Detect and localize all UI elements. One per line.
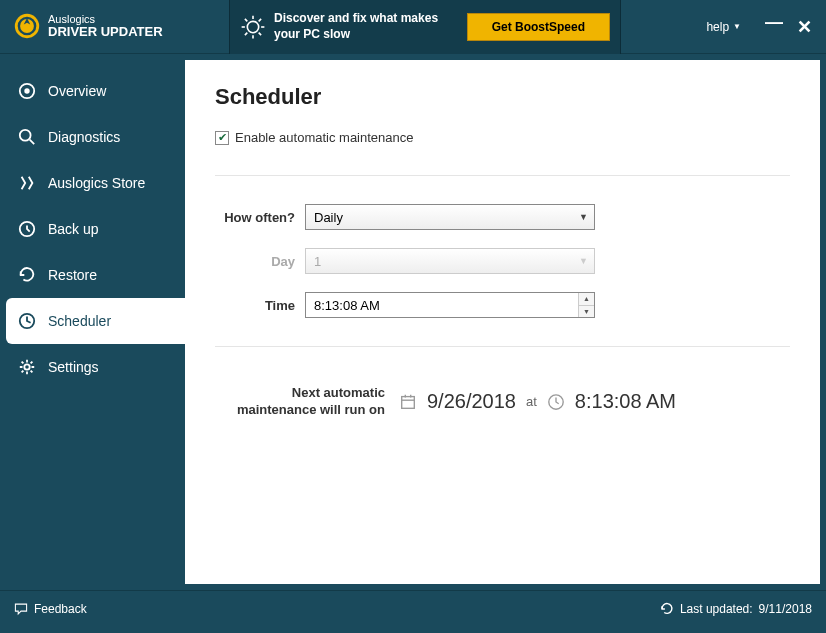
svg-line-14 <box>30 140 35 145</box>
spinner-down[interactable]: ▼ <box>579 306 594 318</box>
enable-maintenance-checkbox[interactable]: ✔ <box>215 131 229 145</box>
svg-line-10 <box>259 18 261 20</box>
bulb-icon <box>240 14 266 40</box>
sidebar-item-store[interactable]: Auslogics Store <box>0 160 185 206</box>
divider <box>215 346 790 347</box>
refresh-icon <box>660 602 674 616</box>
svg-line-8 <box>259 32 261 34</box>
time-spinner: ▲ ▼ <box>578 293 594 317</box>
divider <box>215 175 790 176</box>
sidebar: Overview Diagnostics Auslogics Store Bac… <box>0 54 185 590</box>
svg-point-17 <box>24 364 29 369</box>
spinner-up[interactable]: ▲ <box>579 293 594 306</box>
time-input[interactable]: 8:13:08 AM ▲ ▼ <box>305 292 595 318</box>
sidebar-item-diagnostics[interactable]: Diagnostics <box>0 114 185 160</box>
gear-icon <box>18 358 36 376</box>
sidebar-item-label: Back up <box>48 221 99 237</box>
main-content: Scheduler ✔ Enable automatic maintenance… <box>185 60 820 584</box>
sidebar-item-label: Settings <box>48 359 99 375</box>
sidebar-item-overview[interactable]: Overview <box>0 68 185 114</box>
last-updated-label: Last updated: <box>680 602 753 616</box>
how-often-label: How often? <box>215 210 295 225</box>
promo-banner: Discover and fix what makes your PC slow… <box>229 0 621 54</box>
next-run-label: Next automatic maintenance will run on <box>215 385 385 419</box>
day-label: Day <box>215 254 295 269</box>
sidebar-item-label: Scheduler <box>48 313 111 329</box>
sidebar-item-settings[interactable]: Settings <box>0 344 185 390</box>
logo-icon <box>14 13 40 39</box>
help-menu[interactable]: help ▼ <box>706 20 741 34</box>
chevron-down-icon: ▼ <box>579 256 588 266</box>
sidebar-item-label: Diagnostics <box>48 129 120 145</box>
sidebar-item-backup[interactable]: Back up <box>0 206 185 252</box>
chevron-down-icon: ▼ <box>579 212 588 222</box>
minimize-button[interactable]: — <box>765 12 783 33</box>
svg-point-12 <box>24 88 29 93</box>
next-date: 9/26/2018 <box>427 390 516 413</box>
time-label: Time <box>215 298 295 313</box>
checkbox-label: Enable automatic maintenance <box>235 130 414 145</box>
at-text: at <box>526 394 537 409</box>
next-time: 8:13:08 AM <box>575 390 676 413</box>
sidebar-item-scheduler[interactable]: Scheduler <box>6 298 185 344</box>
product-name: DRIVER UPDATER <box>48 25 163 39</box>
app-logo: Auslogics DRIVER UPDATER <box>0 13 229 39</box>
restore-icon <box>18 266 36 284</box>
backup-icon <box>18 220 36 238</box>
svg-rect-18 <box>402 396 415 408</box>
svg-point-2 <box>247 21 258 32</box>
last-updated-value: 9/11/2018 <box>759 602 812 616</box>
svg-line-9 <box>245 32 247 34</box>
svg-line-7 <box>245 18 247 20</box>
help-label: help <box>706 20 729 34</box>
how-often-value: Daily <box>314 210 343 225</box>
scheduler-icon <box>18 312 36 330</box>
page-title: Scheduler <box>215 84 790 110</box>
day-select: 1 ▼ <box>305 248 595 274</box>
feedback-link[interactable]: Feedback <box>14 602 87 616</box>
time-value: 8:13:08 AM <box>314 298 380 313</box>
feedback-label: Feedback <box>34 602 87 616</box>
close-button[interactable]: ✕ <box>797 16 812 38</box>
promo-text: Discover and fix what makes your PC slow <box>274 11 467 42</box>
calendar-icon <box>399 393 417 411</box>
last-updated: Last updated: 9/11/2018 <box>660 602 812 616</box>
target-icon <box>18 82 36 100</box>
boostspeed-button[interactable]: Get BoostSpeed <box>467 13 610 41</box>
chevron-down-icon: ▼ <box>733 22 741 31</box>
store-icon <box>18 174 36 192</box>
feedback-icon <box>14 602 28 616</box>
sidebar-item-label: Overview <box>48 83 106 99</box>
svg-point-13 <box>20 130 31 141</box>
how-often-select[interactable]: Daily ▼ <box>305 204 595 230</box>
search-icon <box>18 128 36 146</box>
clock-icon <box>547 393 565 411</box>
sidebar-item-label: Auslogics Store <box>48 175 145 191</box>
day-value: 1 <box>314 254 321 269</box>
sidebar-item-restore[interactable]: Restore <box>0 252 185 298</box>
sidebar-item-label: Restore <box>48 267 97 283</box>
